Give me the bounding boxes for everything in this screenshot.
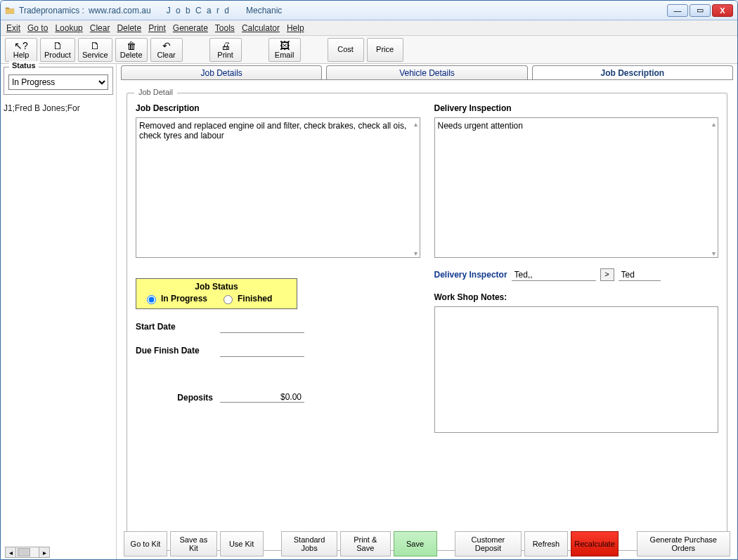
tb-cost[interactable]: Cost	[328, 38, 364, 62]
workshop-notes-label: Work Shop Notes:	[434, 292, 719, 302]
btn-refresh[interactable]: Refresh	[524, 531, 568, 556]
inspector-lookup-button[interactable]: >	[600, 268, 614, 281]
minimize-button[interactable]: —	[667, 4, 688, 17]
radio-in-progress[interactable]: In Progress	[143, 293, 207, 304]
tb-price[interactable]: Price	[367, 38, 403, 62]
scroll-down-icon: ▾	[414, 249, 417, 257]
scroll-up-icon: ▴	[414, 120, 417, 128]
btn-generate-po[interactable]: Generate Purchase Orders	[637, 531, 730, 556]
btn-recalculate[interactable]: Recalculate	[571, 531, 619, 556]
document-icon: 🗋	[53, 41, 63, 51]
tb-help[interactable]: ↖?Help	[5, 38, 37, 62]
btn-save[interactable]: Save	[394, 531, 437, 556]
tab-bar: Job Details Vehicle Details Job Descript…	[117, 64, 737, 79]
title-app: Tradepronamics :	[19, 6, 84, 15]
btn-use-kit[interactable]: Use Kit	[220, 531, 264, 556]
scroll-right-icon[interactable]: ▸	[39, 547, 50, 558]
menu-clear[interactable]: Clear	[90, 23, 110, 33]
job-status-group: Job Status In Progress Finished	[136, 278, 297, 309]
trash-icon: 🗑	[127, 41, 136, 51]
toolbar: ↖?Help 🗋Product 🗋Service 🗑Delete ↶Clear …	[1, 36, 737, 64]
btn-customer-deposit[interactable]: Customer Deposit	[455, 531, 522, 556]
title-role: Mechanic	[246, 6, 282, 15]
job-description-textarea[interactable]: Removed and replaced engine oil and filt…	[136, 117, 420, 258]
job-status-title: Job Status	[143, 282, 290, 292]
menu-goto[interactable]: Go to	[27, 23, 48, 33]
tb-product[interactable]: 🗋Product	[40, 38, 75, 62]
title-host: www.rad.com.au	[89, 6, 151, 15]
left-panel: Status In Progress J1;Fred B Jones;For ◂…	[1, 64, 117, 559]
help-cursor-icon: ↖?	[14, 41, 28, 51]
menubar: Exit Go to Lookup Clear Delete Print Gen…	[1, 20, 737, 36]
menu-print[interactable]: Print	[148, 23, 166, 33]
btn-save-as-kit[interactable]: Save as Kit	[170, 531, 217, 556]
scroll-thumb[interactable]	[18, 548, 30, 556]
tb-delete[interactable]: 🗑Delete	[115, 38, 148, 62]
due-finish-input[interactable]	[220, 344, 304, 357]
tree-panel[interactable]: J1;Fred B Jones;For	[1, 99, 116, 559]
folder-icon	[5, 6, 15, 15]
maximize-button[interactable]: ▭	[690, 4, 711, 17]
delivery-inspector-name[interactable]	[619, 268, 661, 281]
start-date-input[interactable]	[220, 320, 304, 333]
tab-job-details[interactable]: Job Details	[121, 65, 322, 79]
window-buttons: — ▭ X	[667, 4, 733, 17]
form-area: Job Detail Job Description Removed and r…	[117, 80, 737, 559]
status-select[interactable]: In Progress	[8, 74, 108, 90]
deposits-label: Deposits	[136, 393, 213, 403]
tab-job-description[interactable]: Job Description	[532, 65, 733, 79]
menu-tools[interactable]: Tools	[215, 23, 235, 33]
right-panel: Job Details Vehicle Details Job Descript…	[117, 64, 737, 559]
start-date-label: Start Date	[136, 322, 213, 332]
menu-delete[interactable]: Delete	[117, 23, 141, 33]
job-description-label: Job Description	[136, 103, 420, 113]
tree-item[interactable]: J1;Fred B Jones;For	[4, 103, 113, 113]
app-window: Tradepronamics : www.rad.com.au J o b C …	[0, 0, 738, 560]
menu-lookup[interactable]: Lookup	[55, 23, 82, 33]
tab-vehicle-details[interactable]: Vehicle Details	[326, 65, 527, 79]
scroll-up-icon: ▴	[712, 120, 716, 128]
delivery-inspector-label: Delivery Inspector	[434, 270, 507, 280]
delivery-inspection-textarea[interactable]: Needs urgent attention	[434, 117, 719, 258]
email-icon: 🖾	[280, 41, 290, 51]
menu-calculator[interactable]: Calculator	[242, 23, 280, 33]
titlebar: Tradepronamics : www.rad.com.au J o b C …	[1, 1, 737, 20]
btn-standard-jobs[interactable]: Standard Jobs	[281, 531, 337, 556]
bottom-toolbar: Go to Kit Save as Kit Use Kit Standard J…	[117, 531, 737, 556]
delivery-inspector-input[interactable]	[512, 268, 596, 281]
title-job-card: J o b C a r d	[167, 6, 231, 15]
radio-finished[interactable]: Finished	[220, 293, 272, 304]
menu-exit[interactable]: Exit	[6, 23, 20, 33]
scroll-down-icon: ▾	[712, 249, 716, 257]
close-button[interactable]: X	[712, 4, 733, 17]
btn-print-save[interactable]: Print & Save	[340, 531, 390, 556]
status-group-label: Status	[9, 61, 39, 70]
tb-service[interactable]: 🗋Service	[78, 38, 112, 62]
scroll-left-icon[interactable]: ◂	[5, 547, 16, 558]
document-icon: 🗋	[90, 41, 100, 51]
client-area: Status In Progress J1;Fred B Jones;For ◂…	[1, 64, 737, 559]
menu-help[interactable]: Help	[287, 23, 304, 33]
delivery-inspection-label: Delivery Inspection	[434, 103, 719, 113]
tb-email[interactable]: 🖾Email	[268, 38, 301, 62]
tb-clear[interactable]: ↶Clear	[150, 38, 183, 62]
menu-generate[interactable]: Generate	[173, 23, 208, 33]
undo-icon: ↶	[162, 41, 171, 51]
due-finish-label: Due Finish Date	[136, 346, 213, 356]
deposits-value: $0.00	[220, 392, 304, 403]
tb-print[interactable]: 🖨Print	[209, 38, 242, 62]
workshop-notes-textarea[interactable]	[434, 306, 719, 433]
printer-icon: 🖨	[221, 41, 231, 51]
btn-go-to-kit[interactable]: Go to Kit	[124, 531, 167, 556]
fieldset-legend: Job Detail	[134, 88, 177, 96]
